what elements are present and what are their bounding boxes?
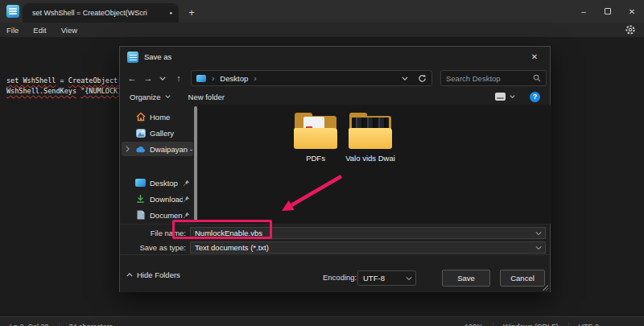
- address-bar[interactable]: › Desktop ›: [191, 70, 432, 86]
- title-bar: set WshShell = CreateObject(WScri ● + – …: [0, 0, 644, 23]
- folder-icon: [294, 113, 337, 149]
- file-name-input[interactable]: [195, 229, 532, 237]
- onedrive-cloud-icon: [135, 144, 146, 155]
- dialog-title-bar: Save as ✕: [120, 47, 550, 68]
- cancel-button[interactable]: Cancel: [500, 270, 545, 287]
- desktop-icon: [196, 75, 206, 82]
- documents-icon: [135, 210, 146, 221]
- resize-grip[interactable]: [543, 285, 548, 291]
- folder-valo-vids[interactable]: Valo vids Dwai: [344, 113, 397, 163]
- search-box: [440, 70, 547, 86]
- desktop-icon: [135, 178, 146, 188]
- notepad-window: set WshShell = CreateObject(WScri ● + – …: [0, 0, 644, 326]
- gallery-icon: [135, 128, 146, 138]
- status-encoding: UTF-8: [579, 323, 600, 326]
- sidebar-item-downloads[interactable]: Downloads: [122, 192, 193, 206]
- save-as-dialog: Save as ✕ ← → ↑ › Desktop ›: [119, 46, 551, 292]
- sidebar-item-desktop[interactable]: Desktop: [122, 175, 193, 190]
- maximize-button[interactable]: [596, 0, 620, 23]
- save-button[interactable]: Save: [442, 270, 490, 287]
- notepad-app-icon: [6, 5, 19, 18]
- folder-icon: [349, 113, 392, 149]
- sidebar-item-gallery[interactable]: Gallery: [122, 126, 193, 140]
- chevron-down-icon: [406, 276, 412, 280]
- encoding-value: UTF-8: [363, 274, 385, 283]
- back-button[interactable]: ←: [125, 70, 139, 86]
- menu-view[interactable]: View: [61, 26, 77, 35]
- tab-title: set WshShell = CreateObject(WScri: [32, 9, 164, 17]
- folder-name: PDFs: [306, 154, 325, 163]
- settings-gear-icon[interactable]: [625, 24, 636, 35]
- pin-icon: [183, 180, 190, 187]
- organize-button[interactable]: Organize: [130, 93, 171, 101]
- file-list-area[interactable]: PDFs Valo vids Dwai: [198, 105, 551, 224]
- breadcrumb-separator: ›: [254, 74, 256, 83]
- forward-button[interactable]: →: [141, 70, 155, 86]
- recent-locations-chevron-icon[interactable]: [157, 70, 168, 86]
- expand-chevron-icon[interactable]: [126, 146, 130, 152]
- unsaved-dot-icon: ●: [169, 10, 172, 15]
- maximize-icon: [605, 8, 611, 14]
- chevron-up-icon: [126, 273, 133, 277]
- status-char-count: 74 characters: [69, 323, 114, 326]
- menu-bar: File Edit View: [0, 23, 644, 37]
- encoding-combo[interactable]: UTF-8: [357, 270, 416, 286]
- chevron-down-icon[interactable]: [535, 231, 542, 235]
- help-icon[interactable]: ?: [530, 92, 540, 102]
- breadcrumb-desktop[interactable]: Desktop: [220, 74, 248, 83]
- view-mode-icon: [495, 93, 506, 101]
- search-input[interactable]: [446, 74, 533, 83]
- refresh-icon[interactable]: [418, 74, 427, 83]
- file-fields-section: File name: Save as type: Text documents …: [120, 224, 550, 254]
- sidebar-item-documents[interactable]: Documents: [122, 208, 193, 222]
- window-controls: – ✕: [572, 0, 644, 23]
- save-as-type-combo[interactable]: Text documents (*.txt): [190, 241, 546, 254]
- address-dropdown-chevron-icon[interactable]: [402, 76, 408, 80]
- pin-icon: [183, 212, 190, 219]
- save-as-type-label: Save as type:: [120, 243, 190, 252]
- new-tab-button[interactable]: +: [184, 5, 200, 19]
- new-folder-button[interactable]: New folder: [188, 93, 225, 101]
- minimize-button[interactable]: –: [572, 0, 596, 23]
- folder-name: Valo vids Dwai: [345, 154, 395, 163]
- status-cursor-position: Ln 2, Col 30: [10, 323, 49, 326]
- search-icon: [533, 74, 541, 82]
- up-button[interactable]: ↑: [171, 70, 186, 86]
- dialog-footer: Hide Folders Encoding: UTF-8 Save Cancel: [120, 254, 550, 292]
- file-name-label: File name:: [120, 229, 190, 237]
- status-bar: Ln 2, Col 30 74 characters 100% Windows …: [0, 316, 644, 326]
- save-as-type-value: Text documents (*.txt): [195, 243, 532, 252]
- dialog-body: Home Gallery: [120, 105, 550, 224]
- notepad-app-icon: [127, 52, 138, 63]
- status-zoom: 100%: [464, 323, 483, 326]
- dialog-toolbar: Organize New folder ?: [120, 89, 550, 105]
- home-icon: [135, 112, 146, 122]
- chevron-down-icon: [510, 95, 515, 98]
- view-mode-button[interactable]: [495, 93, 515, 101]
- menu-edit[interactable]: Edit: [33, 26, 46, 35]
- hide-folders-button[interactable]: Hide Folders: [126, 270, 180, 279]
- code-line-1: set WshShell = CreateObject(": [6, 76, 126, 85]
- dialog-title: Save as: [144, 52, 171, 61]
- chevron-down-icon: [535, 246, 542, 250]
- breadcrumb-separator: ›: [212, 74, 214, 83]
- sidebar-item-onedrive[interactable]: Dwaipayan - Per: [122, 142, 193, 156]
- pin-icon: [183, 196, 190, 203]
- sidebar-item-home[interactable]: Home: [122, 109, 193, 124]
- code-line-2: WshShell.SendKeys "{NUMLOCK}": [6, 87, 126, 95]
- file-name-combo: [190, 227, 546, 239]
- encoding-label: Encoding:: [323, 273, 357, 282]
- menu-file[interactable]: File: [6, 26, 19, 35]
- sidebar-scrollbar[interactable]: [194, 106, 197, 221]
- folder-pdfs[interactable]: PDFs: [289, 113, 342, 163]
- status-line-ending: Windows (CRLF): [503, 323, 559, 326]
- navigation-sidebar: Home Gallery: [120, 105, 198, 224]
- close-button[interactable]: ✕: [620, 0, 644, 23]
- tab-set-wshshell[interactable]: set WshShell = CreateObject(WScri ●: [23, 3, 179, 23]
- chevron-down-icon: [165, 95, 171, 98]
- dialog-close-button[interactable]: ✕: [519, 47, 550, 67]
- downloads-icon: [135, 194, 146, 204]
